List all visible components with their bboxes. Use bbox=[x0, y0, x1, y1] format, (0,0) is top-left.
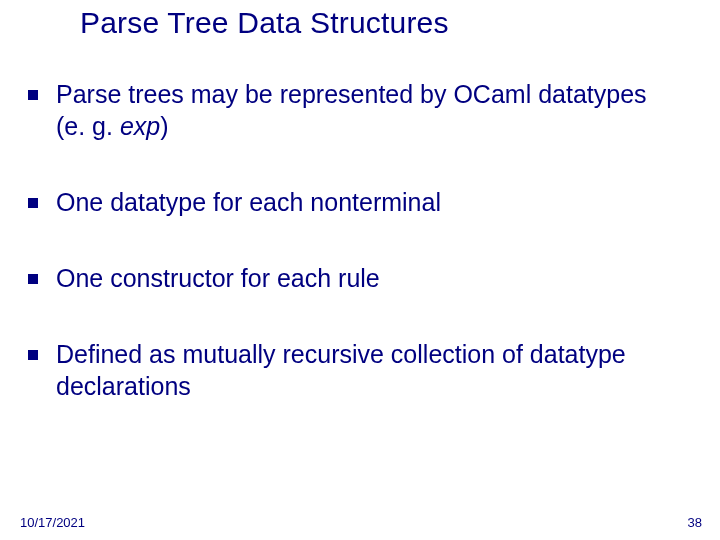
bullet-item-4: Defined as mutually recursive collection… bbox=[28, 338, 680, 402]
bullet-item-2: One datatype for each nonterminal bbox=[28, 186, 680, 218]
bullet-text-3: One constructor for each rule bbox=[56, 262, 680, 294]
footer-date: 10/17/2021 bbox=[20, 515, 85, 530]
footer-page-number: 38 bbox=[688, 515, 702, 530]
bullet-text-2: One datatype for each nonterminal bbox=[56, 186, 680, 218]
square-bullet-icon bbox=[28, 274, 38, 284]
slide-body: Parse trees may be represented by OCaml … bbox=[28, 78, 680, 402]
square-bullet-icon bbox=[28, 350, 38, 360]
slide: Parse Tree Data Structures Parse trees m… bbox=[0, 0, 720, 540]
bullet-item-1: Parse trees may be represented by OCaml … bbox=[28, 78, 680, 142]
bullet-item-3: One constructor for each rule bbox=[28, 262, 680, 294]
square-bullet-icon bbox=[28, 90, 38, 100]
bullet-1-italic: exp bbox=[120, 112, 160, 140]
bullet-text-1: Parse trees may be represented by OCaml … bbox=[56, 78, 680, 142]
bullet-text-4: Defined as mutually recursive collection… bbox=[56, 338, 680, 402]
slide-title: Parse Tree Data Structures bbox=[80, 6, 680, 40]
square-bullet-icon bbox=[28, 198, 38, 208]
bullet-1-post: ) bbox=[160, 112, 168, 140]
